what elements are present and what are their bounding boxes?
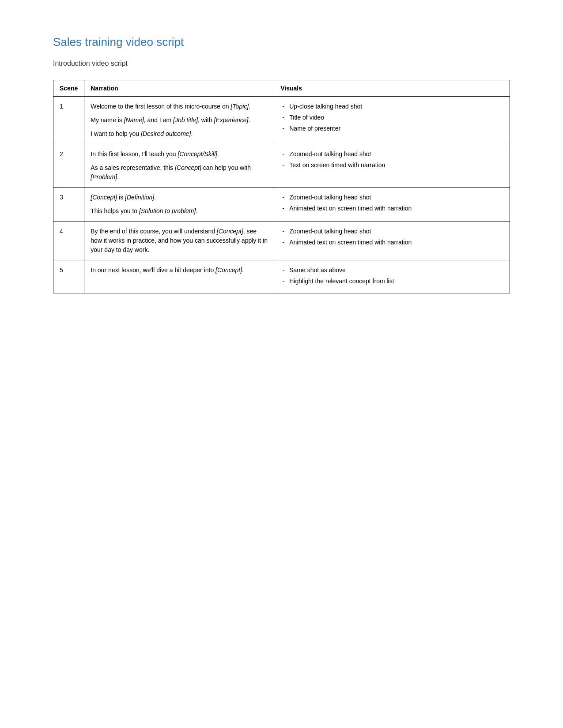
header-visuals: Visuals — [274, 80, 510, 97]
visual-item: Animated text on screen timed with narra… — [280, 204, 503, 213]
table-row: 1Welcome to the first lesson of this mic… — [53, 97, 510, 144]
subtitle: Introduction video script — [53, 60, 510, 68]
header-scene: Scene — [53, 80, 84, 97]
table-row: 2In this first lesson, I'll teach you [C… — [53, 144, 510, 188]
table-header-row: Scene Narration Visuals — [53, 80, 510, 97]
visual-item: Animated text on screen timed with narra… — [280, 238, 503, 247]
visual-item: Same shot as above — [280, 266, 503, 275]
narration-paragraph: My name is [Name], and I am [Job title],… — [91, 116, 268, 125]
visuals-cell: Zoomed-out talking head shotAnimated tex… — [274, 221, 510, 260]
visuals-cell: Up-close talking head shotTitle of video… — [274, 97, 510, 144]
visual-item: Zoomed-out talking head shot — [280, 227, 503, 236]
narration-paragraph: As a sales representative, this [Concept… — [91, 163, 268, 182]
narration-paragraph: [Concept] is [Definition]. — [91, 193, 268, 202]
scene-cell: 3 — [53, 188, 84, 221]
narration-paragraph: In our next lesson, we'll dive a bit dee… — [91, 266, 268, 275]
page-title: Sales training video script — [53, 35, 510, 49]
narration-cell: [Concept] is [Definition].This helps you… — [84, 188, 274, 221]
scene-cell: 2 — [53, 144, 84, 188]
scene-cell: 1 — [53, 97, 84, 144]
script-table: Scene Narration Visuals 1Welcome to the … — [53, 80, 510, 293]
narration-paragraph: I want to help you [Desired outcome]. — [91, 129, 268, 139]
header-narration: Narration — [84, 80, 274, 97]
visual-item: Zoomed-out talking head shot — [280, 150, 503, 159]
narration-cell: In our next lesson, we'll dive a bit dee… — [84, 260, 274, 293]
visuals-cell: Zoomed-out talking head shotText on scre… — [274, 144, 510, 188]
scene-cell: 5 — [53, 260, 84, 293]
visual-item: Title of video — [280, 113, 503, 122]
narration-paragraph: This helps you to [Solution to problem]. — [91, 206, 268, 216]
visual-item: Text on screen timed with narration — [280, 161, 503, 170]
visual-item: Name of presenter — [280, 124, 503, 133]
visuals-cell: Same shot as aboveHighlight the relevant… — [274, 260, 510, 293]
narration-paragraph: By the end of this course, you will unde… — [91, 227, 268, 255]
visual-item: Highlight the relevant concept from list — [280, 277, 503, 286]
narration-cell: By the end of this course, you will unde… — [84, 221, 274, 260]
scene-cell: 4 — [53, 221, 84, 260]
table-row: 3[Concept] is [Definition].This helps yo… — [53, 188, 510, 221]
narration-paragraph: In this first lesson, I'll teach you [Co… — [91, 150, 268, 159]
table-row: 4By the end of this course, you will und… — [53, 221, 510, 260]
table-row: 5In our next lesson, we'll dive a bit de… — [53, 260, 510, 293]
narration-cell: In this first lesson, I'll teach you [Co… — [84, 144, 274, 188]
visual-item: Zoomed-out talking head shot — [280, 193, 503, 202]
visuals-cell: Zoomed-out talking head shotAnimated tex… — [274, 188, 510, 221]
visual-item: Up-close talking head shot — [280, 102, 503, 111]
narration-paragraph: Welcome to the first lesson of this micr… — [91, 102, 268, 111]
narration-cell: Welcome to the first lesson of this micr… — [84, 97, 274, 144]
